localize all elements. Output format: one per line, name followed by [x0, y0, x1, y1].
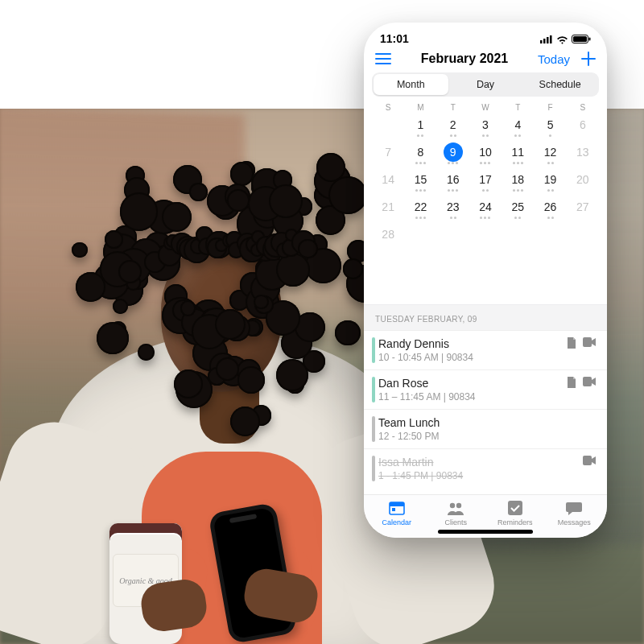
- clients-icon: [446, 500, 465, 516]
- svg-rect-2: [547, 37, 549, 43]
- appointment-meta: 10 - 10:45 AM | 90834: [378, 352, 596, 363]
- status-bar: 11:01: [364, 23, 607, 48]
- weekday-label: S: [567, 103, 599, 112]
- agenda-date-header: TUESDAY FEBRUARY, 09: [364, 304, 607, 330]
- calendar-day[interactable]: 23: [437, 194, 469, 220]
- calendar-day[interactable]: 6: [567, 112, 599, 138]
- calendar-day[interactable]: 20: [567, 167, 599, 192]
- reminders-icon: [507, 500, 523, 516]
- weekday-label: M: [404, 103, 436, 112]
- stage: Organic & good 11:01 February 2021 Today…: [0, 0, 644, 644]
- segment-day[interactable]: Day: [448, 74, 523, 95]
- tab-reminders[interactable]: Reminders: [485, 500, 545, 526]
- calendar-day[interactable]: 19: [534, 167, 566, 192]
- video-icon: [583, 377, 596, 386]
- status-time: 11:01: [380, 32, 409, 45]
- home-indicator[interactable]: [438, 530, 533, 534]
- calendar-day[interactable]: 17: [469, 167, 502, 192]
- svg-rect-0: [540, 40, 543, 43]
- video-icon: [583, 337, 596, 347]
- appointment-name: Issa Martin: [378, 456, 596, 469]
- calendar-day[interactable]: 22: [404, 194, 436, 220]
- svg-point-13: [450, 503, 455, 508]
- calendar-day: [372, 112, 404, 138]
- calendar-icon: [388, 500, 406, 516]
- svg-rect-8: [583, 377, 592, 386]
- nav-row: February 2021 Today: [364, 48, 607, 72]
- appointment-row[interactable]: Randy Dennis10 - 10:45 AM | 90834: [364, 330, 607, 369]
- calendar-grid[interactable]: 1234567891011121314151617181920212223242…: [364, 112, 607, 250]
- view-segmented[interactable]: Month Day Schedule: [372, 72, 599, 97]
- tab-clients[interactable]: Clients: [427, 500, 486, 526]
- svg-rect-5: [573, 36, 587, 42]
- calendar-day[interactable]: 12: [534, 139, 566, 165]
- calendar-day[interactable]: 11: [502, 139, 534, 165]
- svg-rect-3: [550, 35, 552, 43]
- svg-point-14: [456, 503, 461, 508]
- calendar-day[interactable]: 1: [404, 112, 436, 138]
- appointment-name: Randy Dennis: [378, 337, 596, 350]
- svg-rect-12: [392, 508, 395, 511]
- plus-icon[interactable]: [581, 52, 596, 66]
- weekday-label: T: [502, 103, 534, 112]
- svg-rect-11: [390, 502, 404, 506]
- calendar-day[interactable]: 15: [404, 167, 436, 192]
- calendar-day[interactable]: 26: [534, 194, 566, 220]
- weekday-label: F: [534, 103, 566, 112]
- calendar-day[interactable]: 16: [437, 167, 469, 192]
- calendar-day[interactable]: 25: [502, 194, 534, 220]
- calendar-day[interactable]: 10: [469, 139, 502, 165]
- status-icons: [540, 32, 591, 45]
- calendar-day[interactable]: 8: [404, 139, 436, 165]
- segment-schedule[interactable]: Schedule: [522, 74, 597, 95]
- segment-month[interactable]: Month: [374, 74, 448, 95]
- document-icon: [567, 337, 576, 349]
- weekday-label: W: [469, 103, 502, 112]
- appointment-name: Team Lunch: [378, 416, 596, 429]
- svg-rect-1: [543, 39, 546, 43]
- messages-icon: [565, 500, 583, 516]
- today-button[interactable]: Today: [538, 52, 570, 66]
- calendar-day[interactable]: 9: [437, 139, 469, 165]
- appointment-row[interactable]: Team Lunch12 - 12:50 PM: [364, 409, 607, 448]
- calendar-day[interactable]: 27: [567, 194, 599, 220]
- weekday-header: SMTWTFS: [364, 101, 607, 112]
- svg-rect-7: [583, 337, 592, 347]
- calendar-day[interactable]: 5: [534, 112, 566, 138]
- calendar-day[interactable]: 18: [502, 167, 534, 192]
- wifi-icon: [556, 35, 568, 44]
- calendar-day[interactable]: 24: [469, 194, 502, 220]
- calendar-day[interactable]: 13: [567, 139, 599, 165]
- video-icon: [583, 456, 596, 465]
- cellular-icon: [540, 35, 553, 43]
- battery-icon: [572, 35, 591, 44]
- calendar-day[interactable]: 21: [372, 194, 404, 220]
- appointment-list: Randy Dennis10 - 10:45 AM | 90834Dan Ros…: [364, 330, 607, 486]
- svg-rect-9: [583, 456, 592, 465]
- calendar-day[interactable]: 2: [437, 112, 469, 138]
- appointment-meta: 1 - 1:45 PM | 90834: [378, 470, 596, 481]
- weekday-label: S: [372, 103, 404, 112]
- weekday-label: T: [437, 103, 469, 112]
- document-icon: [567, 377, 576, 388]
- appointment-name: Dan Rose: [378, 377, 596, 390]
- tab-calendar[interactable]: Calendar: [367, 500, 427, 526]
- calendar-day[interactable]: 14: [372, 167, 404, 192]
- phone-mock: 11:01 February 2021 Today Month Day Sche…: [364, 23, 607, 538]
- hamburger-icon[interactable]: [375, 52, 391, 65]
- calendar-day[interactable]: 28: [372, 221, 404, 247]
- appointment-meta: 12 - 12:50 PM: [378, 431, 596, 442]
- svg-rect-6: [589, 38, 591, 41]
- appointment-row[interactable]: Dan Rose11 – 11:45 AM | 90834: [364, 369, 607, 409]
- calendar-day[interactable]: 3: [469, 112, 502, 138]
- appointment-meta: 11 – 11:45 AM | 90834: [378, 391, 596, 402]
- calendar-day[interactable]: 7: [372, 139, 404, 165]
- appointment-row[interactable]: Issa Martin1 - 1:45 PM | 90834: [364, 448, 607, 486]
- tab-messages[interactable]: Messages: [545, 500, 605, 526]
- svg-rect-15: [508, 501, 522, 515]
- header-title: February 2021: [421, 52, 509, 66]
- calendar-day[interactable]: 4: [502, 112, 534, 138]
